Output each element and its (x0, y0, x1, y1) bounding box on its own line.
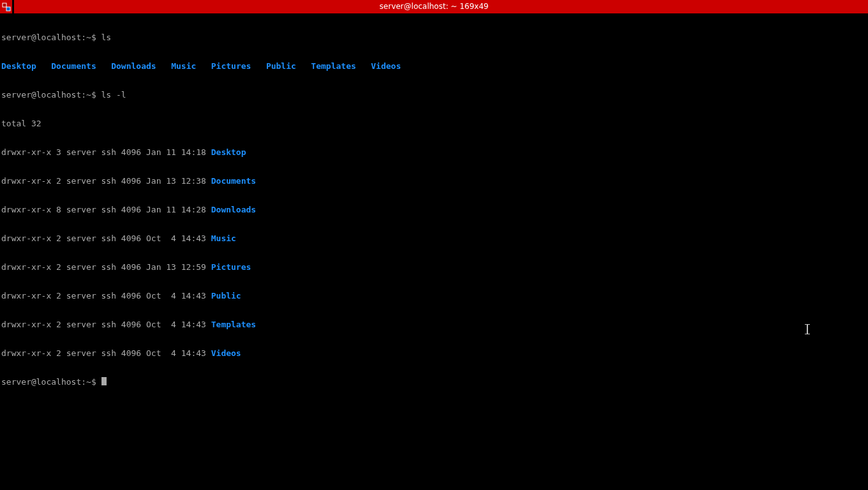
window-titlebar[interactable]: server@localhost: ~ 169x49 (0, 0, 868, 13)
ls-entry: Pictures (211, 61, 251, 71)
file-stat: drwxr-xr-x 8 server ssh 4096 Jan 11 14:2… (1, 205, 211, 214)
file-name: Desktop (211, 147, 246, 157)
svg-rect-0 (3, 3, 6, 7)
cursor-block (101, 377, 107, 385)
ls-entry: Music (171, 61, 196, 71)
file-name: Templates (211, 320, 256, 329)
file-name: Music (211, 234, 236, 243)
window-title: server@localhost: ~ 169x49 (0, 2, 868, 11)
terminal-line: drwxr-xr-x 2 server ssh 4096 Oct 4 14:43… (1, 234, 867, 243)
ls-entry: Videos (371, 61, 401, 71)
command-text: ls (101, 33, 112, 42)
terminal-line: total 32 (1, 119, 867, 128)
file-stat: drwxr-xr-x 2 server ssh 4096 Oct 4 14:43 (1, 320, 211, 329)
terminal-line: drwxr-xr-x 2 server ssh 4096 Jan 13 12:5… (1, 262, 867, 272)
terminal-line: Desktop Documents Downloads Music Pictur… (1, 61, 867, 71)
file-stat: drwxr-xr-x 2 server ssh 4096 Oct 4 14:43 (1, 348, 211, 358)
terminal-line: drwxr-xr-x 2 server ssh 4096 Oct 4 14:43… (1, 320, 867, 329)
file-stat: drwxr-xr-x 2 server ssh 4096 Oct 4 14:43 (1, 291, 211, 301)
ls-entry: Documents (51, 61, 96, 71)
terminal-line: drwxr-xr-x 2 server ssh 4096 Oct 4 14:43… (1, 348, 867, 358)
total-line: total 32 (1, 119, 41, 128)
file-stat: drwxr-xr-x 2 server ssh 4096 Oct 4 14:43 (1, 234, 211, 243)
file-name: Pictures (211, 262, 251, 272)
shell-prompt: server@localhost:~$ (1, 33, 101, 42)
ls-entry: Public (266, 61, 296, 71)
file-stat: drwxr-xr-x 2 server ssh 4096 Jan 13 12:3… (1, 176, 211, 186)
terminal-line: server@localhost:~$ ls (1, 33, 867, 42)
terminal-line: drwxr-xr-x 2 server ssh 4096 Jan 13 12:3… (1, 176, 867, 186)
terminal-line: drwxr-xr-x 8 server ssh 4096 Jan 11 14:2… (1, 205, 867, 214)
ls-entry: Templates (311, 61, 355, 71)
terminal-app-icon (2, 3, 11, 11)
file-name: Public (211, 291, 241, 301)
file-name: Documents (211, 176, 256, 186)
shell-prompt: server@localhost:~$ (1, 377, 101, 387)
shell-prompt: server@localhost:~$ (1, 90, 101, 100)
ls-entry: Downloads (111, 61, 156, 71)
terminal-line: server@localhost:~$ ls -l (1, 90, 867, 100)
terminal-line: server@localhost:~$ (1, 377, 867, 387)
ls-entry: Desktop (1, 61, 36, 71)
file-stat: drwxr-xr-x 3 server ssh 4096 Jan 11 14:1… (1, 147, 211, 157)
svg-rect-1 (6, 7, 10, 11)
terminal-viewport[interactable]: server@localhost:~$ ls Desktop Documents… (0, 13, 868, 396)
terminal-line: drwxr-xr-x 2 server ssh 4096 Oct 4 14:43… (1, 291, 867, 301)
app-menu-icon[interactable] (0, 0, 14, 13)
terminal-line: drwxr-xr-x 3 server ssh 4096 Jan 11 14:1… (1, 147, 867, 157)
file-stat: drwxr-xr-x 2 server ssh 4096 Jan 13 12:5… (1, 262, 211, 272)
file-name: Videos (211, 348, 241, 358)
command-text: ls -l (101, 90, 126, 100)
file-name: Downloads (211, 205, 256, 214)
